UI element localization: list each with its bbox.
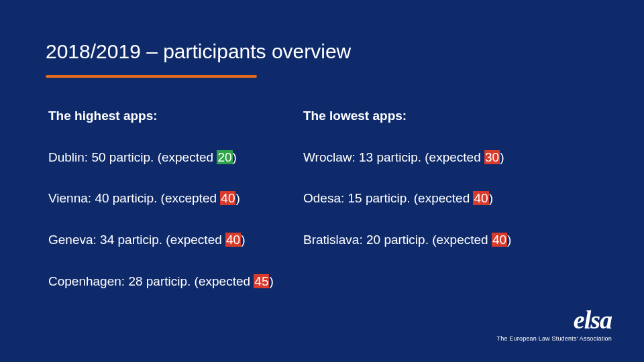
heading-row: The highest apps: The lowest apps:: [48, 107, 604, 125]
highlight: 40: [225, 233, 241, 247]
content-area: The highest apps: The lowest apps: Dubli…: [48, 107, 604, 314]
data-row: Vienna: 40 particip. (excepted 40)Odesa:…: [48, 190, 604, 207]
data-cell-left: Dublin: 50 particip. (expected 20): [48, 149, 303, 166]
data-rows: Dublin: 50 particip. (expected 20)Wrocla…: [48, 149, 604, 290]
heading-highest: The highest apps:: [48, 107, 303, 125]
highlight: 30: [484, 150, 500, 164]
logo-main: elsa: [497, 307, 612, 333]
title-underline: [46, 75, 257, 78]
logo-sub: The European Law Students' Association: [497, 335, 612, 342]
data-cell-left: Vienna: 40 particip. (excepted 40): [48, 190, 303, 207]
page-title: 2018/2019 – participants overview: [46, 40, 351, 63]
highlight: 40: [473, 191, 488, 205]
data-cell-right: Wroclaw: 13 particip. (expected 30): [303, 149, 604, 166]
data-row: Dublin: 50 particip. (expected 20)Wrocla…: [48, 149, 604, 166]
highlight: 40: [220, 191, 235, 205]
highlight: 40: [492, 233, 507, 247]
data-cell-left: Copenhagen: 28 particip. (expected 45): [48, 273, 303, 290]
highlight: 20: [217, 150, 232, 164]
data-row: Copenhagen: 28 particip. (expected 45): [48, 273, 604, 290]
slide: 2018/2019 – participants overview The hi…: [0, 0, 644, 362]
data-cell-left: Geneva: 34 particip. (expected 40): [48, 231, 303, 249]
highlight: 45: [254, 274, 269, 288]
heading-lowest: The lowest apps:: [303, 107, 604, 125]
logo: elsa The European Law Students' Associat…: [497, 307, 612, 342]
data-cell-right: [303, 273, 604, 290]
data-cell-right: Odesa: 15 particip. (expected 40): [303, 190, 604, 207]
data-cell-right: Bratislava: 20 particip. (expected 40): [303, 231, 604, 249]
data-row: Geneva: 34 particip. (expected 40)Bratis…: [48, 231, 604, 249]
